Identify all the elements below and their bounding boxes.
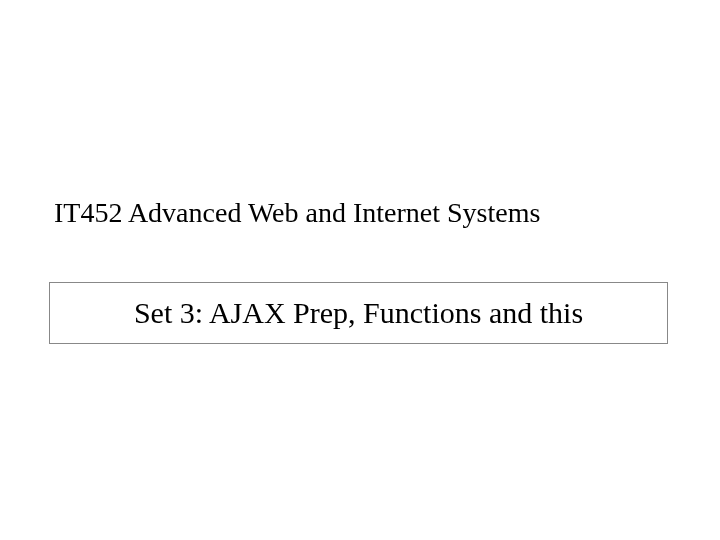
slide-title-box: Set 3: AJAX Prep, Functions and this [49,282,668,344]
course-title: IT452 Advanced Web and Internet Systems [54,197,540,229]
slide-title: Set 3: AJAX Prep, Functions and this [134,296,583,330]
